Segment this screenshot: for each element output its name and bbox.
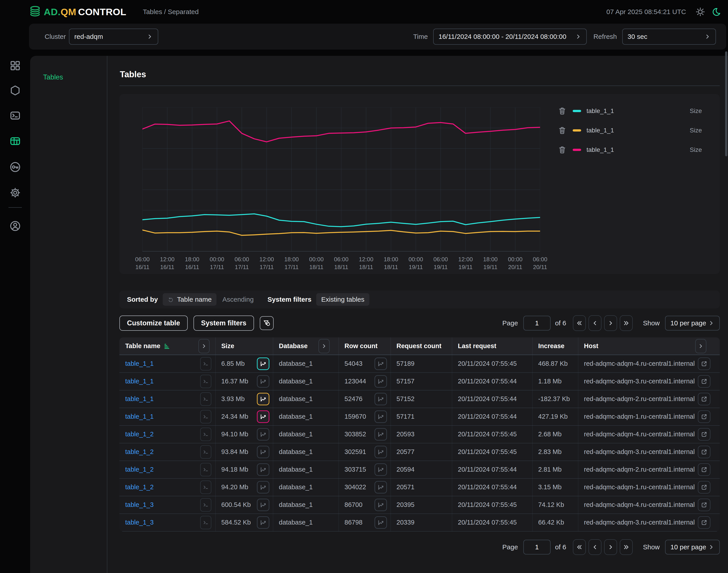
dark-theme-button[interactable] bbox=[711, 6, 722, 17]
sort-field-chip[interactable]: Table name bbox=[163, 293, 217, 306]
table-name-link[interactable]: table_1_1 bbox=[125, 378, 154, 385]
legend-delete-button[interactable] bbox=[558, 125, 568, 135]
size-chart-button[interactable] bbox=[257, 516, 269, 529]
table-name-link[interactable]: table_1_2 bbox=[125, 448, 154, 456]
open-terminal-button[interactable] bbox=[200, 410, 211, 423]
size-chart-button[interactable] bbox=[257, 463, 269, 476]
open-terminal-button[interactable] bbox=[200, 463, 211, 476]
legend-delete-button[interactable] bbox=[558, 145, 568, 155]
size-chart-button[interactable] bbox=[257, 428, 269, 440]
open-terminal-button[interactable] bbox=[200, 428, 211, 441]
size-chart-button[interactable] bbox=[257, 410, 269, 423]
time-range-select[interactable]: 16/11/2024 08:00:00 - 20/11/2024 08:00:0… bbox=[433, 29, 587, 45]
table-name-filter-button[interactable] bbox=[199, 339, 210, 353]
table-row: table_1_1 3.93 Mb database_1 52476 57152… bbox=[119, 390, 720, 408]
next-page-button[interactable] bbox=[604, 315, 617, 331]
legend-color-swatch bbox=[573, 129, 581, 132]
table-name-link[interactable]: table_1_2 bbox=[125, 430, 154, 438]
row-count-chart-button[interactable] bbox=[375, 358, 387, 370]
open-host-button[interactable] bbox=[698, 358, 710, 370]
refresh-label: Refresh bbox=[594, 33, 617, 40]
row-count-chart-button[interactable] bbox=[375, 481, 387, 493]
scrollbar-thumb[interactable] bbox=[725, 51, 727, 156]
table-name-link[interactable]: table_1_3 bbox=[125, 501, 154, 509]
open-host-button[interactable] bbox=[698, 516, 710, 529]
tables-table: Table name Size Database bbox=[119, 337, 720, 531]
row-count-value: 52476 bbox=[345, 395, 363, 403]
nav-terminal-button[interactable] bbox=[9, 110, 21, 121]
open-terminal-button[interactable] bbox=[200, 445, 211, 459]
nav-tables-button[interactable] bbox=[9, 135, 21, 147]
open-host-button[interactable] bbox=[698, 481, 710, 493]
row-count-chart-button[interactable] bbox=[375, 393, 387, 405]
col-last-request: Last request bbox=[458, 342, 496, 350]
last-request-value: 20/11/2024 07:55:45 bbox=[458, 430, 517, 438]
table-name-link[interactable]: table_1_1 bbox=[125, 360, 154, 367]
row-count-chart-button[interactable] bbox=[375, 428, 387, 440]
request-count-value: 20339 bbox=[397, 519, 415, 526]
cluster-select[interactable]: red-adqm bbox=[69, 29, 158, 45]
row-count-chart-button[interactable] bbox=[375, 446, 387, 458]
open-host-button[interactable] bbox=[698, 375, 710, 388]
reset-sort-icon bbox=[168, 296, 174, 303]
size-chart-button[interactable] bbox=[257, 375, 269, 388]
light-theme-button[interactable] bbox=[695, 6, 706, 17]
chevron-icon bbox=[592, 544, 598, 551]
first-page-button[interactable] bbox=[573, 315, 586, 331]
prev-page-button[interactable] bbox=[589, 315, 602, 331]
legend-delete-button[interactable] bbox=[558, 106, 568, 116]
row-count-chart-button[interactable] bbox=[375, 516, 387, 529]
table-name-link[interactable]: table_1_3 bbox=[125, 519, 154, 526]
size-chart-button[interactable] bbox=[257, 499, 269, 511]
nav-keys-button[interactable] bbox=[9, 161, 21, 173]
sidebar-item-tables[interactable]: Tables bbox=[43, 73, 63, 81]
nav-services-button[interactable] bbox=[9, 85, 21, 96]
size-value: 94.18 Mb bbox=[221, 466, 248, 473]
next-page-button[interactable] bbox=[604, 539, 617, 555]
open-terminal-button[interactable] bbox=[200, 375, 211, 388]
open-terminal-button[interactable] bbox=[200, 516, 211, 529]
row-count-chart-button[interactable] bbox=[375, 463, 387, 476]
open-host-button[interactable] bbox=[698, 463, 710, 476]
row-count-chart-button[interactable] bbox=[375, 410, 387, 423]
size-chart-button[interactable] bbox=[257, 393, 269, 405]
refresh-interval-select[interactable]: 30 sec bbox=[622, 29, 716, 45]
open-host-button[interactable] bbox=[698, 393, 710, 405]
table-name-link[interactable]: table_1_1 bbox=[125, 395, 154, 403]
host-filter-button[interactable] bbox=[695, 339, 706, 353]
open-terminal-button[interactable] bbox=[200, 480, 211, 494]
table-name-link[interactable]: table_1_2 bbox=[125, 466, 154, 473]
page-input[interactable] bbox=[523, 540, 551, 555]
open-host-button[interactable] bbox=[698, 446, 710, 458]
open-host-button[interactable] bbox=[698, 428, 710, 440]
terminal-icon bbox=[203, 378, 209, 385]
table-name-link[interactable]: table_1_1 bbox=[125, 413, 154, 420]
per-page-select[interactable]: 10 per page bbox=[665, 316, 720, 330]
nav-dashboard-button[interactable] bbox=[9, 60, 21, 71]
size-chart-button[interactable] bbox=[257, 358, 269, 370]
nav-account-button[interactable] bbox=[9, 220, 21, 232]
per-page-select[interactable]: 10 per page bbox=[665, 540, 720, 555]
open-terminal-button[interactable] bbox=[200, 393, 211, 406]
reset-filters-button[interactable] bbox=[260, 316, 274, 330]
system-filters-button[interactable]: System filters bbox=[193, 316, 254, 331]
database-filter-button[interactable] bbox=[319, 339, 330, 353]
open-host-button[interactable] bbox=[698, 410, 710, 423]
row-count-chart-button[interactable] bbox=[375, 499, 387, 511]
nav-settings-button[interactable] bbox=[9, 187, 21, 199]
last-page-button[interactable] bbox=[620, 539, 633, 555]
open-terminal-button[interactable] bbox=[200, 498, 211, 512]
system-filters-chip[interactable]: Existing tables bbox=[316, 293, 369, 306]
page-input[interactable] bbox=[523, 316, 551, 330]
table-name-link[interactable]: table_1_2 bbox=[125, 483, 154, 491]
customize-table-button[interactable]: Customize table bbox=[119, 316, 188, 331]
prev-page-button[interactable] bbox=[589, 539, 602, 555]
size-chart-button[interactable] bbox=[257, 446, 269, 458]
open-terminal-button[interactable] bbox=[200, 357, 211, 370]
row-count-chart-button[interactable] bbox=[375, 375, 387, 388]
open-host-button[interactable] bbox=[698, 499, 710, 511]
last-page-button[interactable] bbox=[620, 315, 633, 331]
size-chart-button[interactable] bbox=[257, 481, 269, 493]
first-page-button[interactable] bbox=[573, 539, 586, 555]
host-value: red-adqmc-adqm-4.ru-central1.internal bbox=[584, 430, 695, 438]
